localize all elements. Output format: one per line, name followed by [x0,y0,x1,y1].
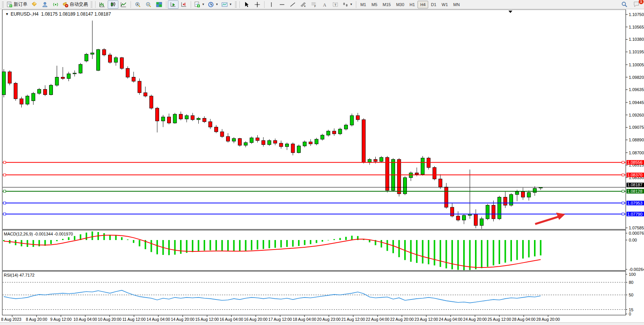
candle-bearish [120,58,124,68]
cursor-button[interactable] [241,0,252,9]
line-handle[interactable] [622,190,624,192]
zoom-in-button[interactable] [132,0,143,9]
toolbar-grip[interactable] [91,2,92,8]
price-axis-label: 1.08700 [629,150,644,155]
new-order-button[interactable]: 新订单 [5,0,29,9]
signals-button[interactable] [50,0,61,9]
candle-bullish [197,118,200,120]
templates-button[interactable]: ▼ [220,0,234,9]
macd-histogram-bar [269,240,270,248]
timeframe-button-m1[interactable]: M1 [358,1,369,8]
zoom-out-button[interactable] [143,0,154,9]
arrows-icon [342,2,348,8]
horizontal-line-button[interactable] [277,0,287,9]
line-handle[interactable] [3,174,6,176]
candle-bearish [209,122,212,127]
line-handle[interactable] [3,190,6,192]
rsi-axis-label: 15 [629,307,633,312]
fibonacci-button[interactable]: F [309,0,319,9]
toolbar-grip[interactable] [2,2,4,8]
macd-axis-label: 0.000769 [629,231,644,235]
macd-histogram-bar [333,239,335,240]
candle-bullish [350,115,354,125]
bar-chart-button[interactable] [97,0,108,9]
time-axis-label: 21 Aug 12:00 [341,317,365,322]
candle-bullish [114,58,118,62]
candle-bearish [220,132,224,136]
periods-button[interactable]: ▼ [206,0,220,9]
timeframe-button-h1[interactable]: H1 [407,1,418,8]
vertical-line-button[interactable] [266,0,277,9]
timeframe-button-h4[interactable]: H4 [418,1,428,8]
line-chart-button[interactable] [118,0,129,9]
rsi-axis-label: 0 [629,312,631,316]
svg-text:A: A [323,2,326,7]
timeframe-button-m5[interactable]: M5 [369,1,380,8]
line-handle[interactable] [3,213,6,215]
chart-shift-icon [181,2,187,8]
timeframe-button-mn[interactable]: MN [451,1,462,8]
text-label-button[interactable]: T [330,0,341,9]
rsi-pane[interactable] [2,271,626,315]
time-axis-label: 20 Aug 23:00 [317,317,341,322]
main-pane[interactable] [2,10,626,229]
candle-bearish [43,89,47,94]
candle-bearish [226,136,230,141]
time-axis-label: 17 Aug 12:00 [268,317,292,322]
timeframe-button-m15[interactable]: M15 [380,1,393,8]
autotrading-button[interactable]: 自动交易 [61,0,89,9]
line-handle[interactable] [3,202,6,204]
candle-bullish [67,74,70,78]
line-handle[interactable] [622,213,624,215]
candlestick-chart-button[interactable] [108,0,118,9]
macd-histogram-bar [522,240,524,259]
macd-histogram-bar [422,240,424,264]
candle-bearish [474,214,478,226]
toolbar-grip[interactable] [235,2,237,8]
tile-windows-button[interactable] [154,0,164,9]
candle-bearish [156,108,159,121]
timeframe-button-d1[interactable]: D1 [428,1,439,8]
timeframe-button-m30[interactable]: M30 [394,1,407,8]
line-handle[interactable] [622,161,624,163]
macd-histogram-bar [151,240,152,252]
timeframe-button-w1[interactable]: W1 [439,1,451,8]
community-button[interactable]: 1 [631,0,642,9]
candle-bullish [285,144,289,147]
mql-market-button[interactable] [29,0,40,9]
trendline-button[interactable] [287,0,298,9]
chart-canvas[interactable]: 1.107501.105651.103801.101951.100051.098… [0,10,644,323]
macd-histogram-bar [505,240,506,263]
chevron-down-icon: ▼ [229,3,232,6]
candle-bullish [185,115,188,119]
crosshair-button[interactable] [252,0,263,9]
search-button[interactable] [619,0,630,9]
profile-button[interactable] [40,0,50,9]
chart-shift-button[interactable] [179,0,189,9]
macd-histogram-bar [227,240,229,251]
new-chart-button[interactable]: ▼ [193,0,206,9]
macd-histogram-bar [322,240,323,242]
candle-bullish [268,141,271,145]
arrows-button[interactable]: ▼ [341,0,354,9]
macd-histogram-bar [38,240,40,247]
line-handle[interactable] [622,202,624,204]
macd-histogram-bar [239,240,241,251]
auto-scroll-button[interactable] [168,0,179,9]
main-toolbar: 新订单 自动交易 ▼ ▼ [0,0,644,9]
macd-histogram-bar [156,240,158,255]
line-handle[interactable] [622,174,624,176]
candlestick-chart-icon [110,2,116,8]
candle-bullish [303,142,306,146]
macd-histogram-bar [133,240,134,243]
candle-bearish [138,81,141,93]
line-handle[interactable] [3,161,6,163]
macd-axis-label: -0.002648 [629,267,644,272]
candle-bearish [238,139,242,146]
text-button[interactable]: A [319,0,330,9]
candle-bullish [421,158,424,174]
candle-bullish [321,135,324,139]
trendline-icon [290,2,296,8]
macd-histogram-bar [351,236,353,240]
equidistant-channel-button[interactable]: E [298,0,309,9]
